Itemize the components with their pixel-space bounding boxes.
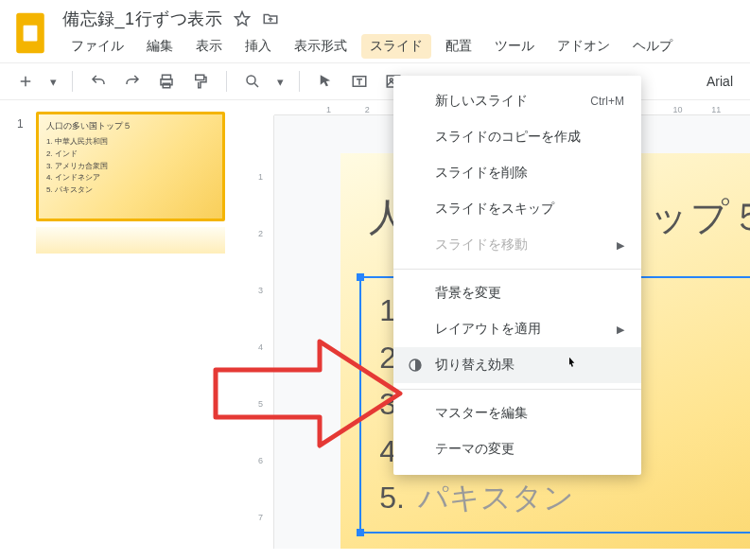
star-icon[interactable] [234, 10, 251, 27]
vertical-ruler: 12345678 [248, 115, 274, 549]
svg-marker-2 [235, 12, 250, 26]
dd-separator [393, 269, 641, 270]
dd-new-slide[interactable]: 新しいスライド Ctrl+M [393, 83, 641, 119]
cursor-pointer-icon [564, 357, 579, 375]
menu-edit[interactable]: 編集 [138, 34, 182, 59]
thumb-item: 4. インドネシア [46, 172, 215, 184]
menu-addons[interactable]: アドオン [549, 34, 619, 59]
dd-change-theme[interactable]: テーマの変更 [393, 431, 641, 467]
thumbnail-slide-1[interactable]: 人口の多い国トップ５ 1. 中華人民共和国 2. インド 3. アメリカ合衆国 … [36, 112, 225, 221]
menu-insert[interactable]: 挿入 [236, 34, 280, 59]
zoom-button[interactable] [240, 69, 265, 94]
menu-format[interactable]: 表示形式 [286, 34, 356, 59]
thumbnail-panel: 1 人口の多い国トップ５ 1. 中華人民共和国 2. インド 3. アメリカ合衆… [0, 100, 238, 549]
zoom-dropdown-icon[interactable]: ▾ [274, 69, 286, 94]
thumb-title: 人口の多い国トップ５ [46, 120, 215, 132]
select-tool[interactable] [313, 69, 338, 94]
menu-slide[interactable]: スライド [361, 34, 431, 59]
font-select[interactable]: Arial [703, 72, 737, 91]
menu-help[interactable]: ヘルプ [624, 34, 681, 59]
slide-menu-dropdown: 新しいスライド Ctrl+M スライドのコピーを作成 スライドを削除 スライドを… [393, 76, 641, 475]
list-item[interactable]: 5.パキスタン [367, 475, 750, 522]
thumbnail-next-preview [36, 227, 225, 254]
doc-title[interactable]: 備忘録_1行ずつ表示 [62, 8, 222, 30]
dd-separator [393, 389, 641, 390]
svg-rect-1 [24, 26, 38, 42]
redo-button[interactable] [120, 69, 145, 94]
transition-icon [407, 357, 424, 374]
dd-skip-slide[interactable]: スライドをスキップ [393, 191, 641, 227]
new-slide-button[interactable] [13, 69, 38, 94]
dd-apply-layout[interactable]: レイアウトを適用▶ [393, 311, 641, 347]
thumb-item: 3. アメリカ合衆国 [46, 161, 215, 173]
menu-tools[interactable]: ツール [486, 34, 543, 59]
menu-file[interactable]: ファイル [62, 34, 132, 59]
dd-edit-master[interactable]: マスターを編集 [393, 395, 641, 431]
thumbnail-index: 1 [17, 117, 24, 131]
slides-app-icon [11, 11, 49, 57]
svg-rect-6 [196, 75, 204, 79]
new-slide-dropdown-icon[interactable]: ▾ [47, 69, 59, 94]
dd-delete-slide[interactable]: スライドを削除 [393, 155, 641, 191]
menu-arrange[interactable]: 配置 [437, 34, 480, 59]
undo-button[interactable] [86, 69, 111, 94]
thumb-item: 1. 中華人民共和国 [46, 136, 215, 149]
dd-transition[interactable]: 切り替え効果 [393, 347, 641, 383]
svg-point-7 [247, 76, 255, 84]
dd-duplicate-slide[interactable]: スライドのコピーを作成 [393, 119, 641, 155]
paint-format-button[interactable] [188, 69, 213, 94]
move-to-folder-icon[interactable] [262, 10, 279, 27]
print-button[interactable] [154, 69, 179, 94]
thumb-item: 5. パキスタン [46, 184, 215, 197]
dd-change-background[interactable]: 背景を変更 [393, 275, 641, 311]
dd-move-slide: スライドを移動▶ [393, 227, 641, 263]
menubar: ファイル 編集 表示 挿入 表示形式 スライド 配置 ツール アドオン ヘルプ [62, 30, 681, 62]
textbox-tool[interactable] [347, 69, 372, 94]
thumb-item: 2. インド [46, 149, 215, 161]
menu-view[interactable]: 表示 [187, 34, 231, 59]
